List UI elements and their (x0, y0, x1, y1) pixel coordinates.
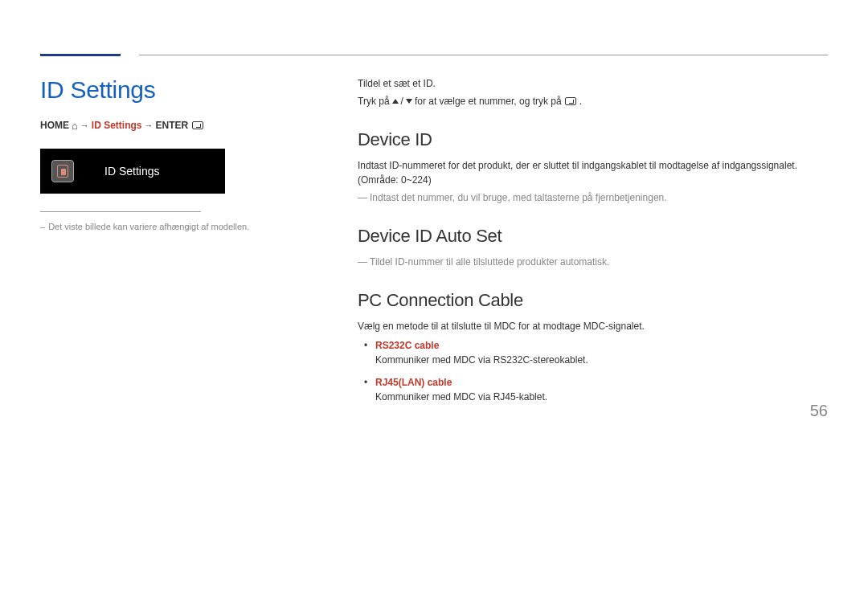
pc-cable-body: Vælg en metode til at tilslutte til MDC … (358, 319, 828, 333)
auto-set-footnote: ― Tildel ID-nummer til alle tilsluttede … (358, 255, 828, 269)
device-id-heading: Device ID (358, 129, 828, 150)
footnote-dash: ― (358, 255, 367, 269)
breadcrumb-home: HOME (40, 120, 69, 131)
intro-line-2: Tryk på / for at vælge et nummer, og try… (358, 94, 828, 108)
breadcrumb-current: ID Settings (92, 120, 142, 131)
device-id-auto-set-heading: Device ID Auto Set (358, 226, 828, 247)
up-arrow-icon (392, 99, 399, 104)
enter-icon (192, 121, 203, 129)
arrow-icon: → (145, 121, 154, 130)
enter-icon (565, 97, 576, 105)
page-title: ID Settings (40, 76, 305, 104)
cable-name: RS232C cable (375, 338, 828, 353)
down-arrow-icon (406, 99, 412, 104)
note-dash: – (40, 222, 45, 231)
footnote-dash: ― (358, 190, 367, 205)
cable-desc: Kommuniker med MDC via RS232C-stereokabl… (375, 354, 588, 366)
arrow-icon: → (80, 121, 89, 130)
manual-page: ID Settings HOME ⌂ → ID Settings → ENTER… (0, 0, 868, 444)
left-column: ID Settings HOME ⌂ → ID Settings → ENTER… (40, 76, 330, 412)
note-text: Det viste billede kan variere afhængigt … (48, 222, 249, 231)
breadcrumb-enter: ENTER (156, 120, 189, 131)
cable-desc: Kommuniker med MDC via RJ45-kablet. (375, 391, 547, 403)
breadcrumb: HOME ⌂ → ID Settings → ENTER (40, 120, 305, 131)
top-accent-bar (40, 54, 121, 56)
device-id-body: Indtast ID-nummeret for det produkt, der… (358, 158, 828, 187)
id-settings-icon (51, 160, 74, 182)
right-column: Tildel et sæt et ID. Tryk på / for at væ… (330, 76, 828, 412)
left-divider (40, 211, 201, 212)
cable-item-rs232c: RS232C cable Kommuniker med MDC via RS23… (358, 338, 828, 367)
home-icon: ⌂ (72, 121, 78, 131)
preview-label: ID Settings (104, 165, 159, 178)
top-horizontal-rule (139, 55, 828, 55)
model-disclaimer-note: – Det viste billede kan variere afhængig… (40, 222, 305, 231)
cable-list: RS232C cable Kommuniker med MDC via RS23… (358, 338, 828, 404)
intro-line-1: Tildel et sæt et ID. (358, 76, 828, 91)
cable-item-rj45: RJ45(LAN) cable Kommuniker med MDC via R… (358, 375, 828, 404)
pc-connection-cable-heading: PC Connection Cable (358, 290, 828, 311)
cable-name: RJ45(LAN) cable (375, 375, 828, 390)
page-number: 56 (810, 402, 828, 420)
device-id-footnote: ― Indtast det nummer, du vil bruge, med … (358, 190, 828, 205)
intro-block: Tildel et sæt et ID. Tryk på / for at væ… (358, 76, 828, 108)
preview-box: ID Settings (40, 149, 225, 194)
